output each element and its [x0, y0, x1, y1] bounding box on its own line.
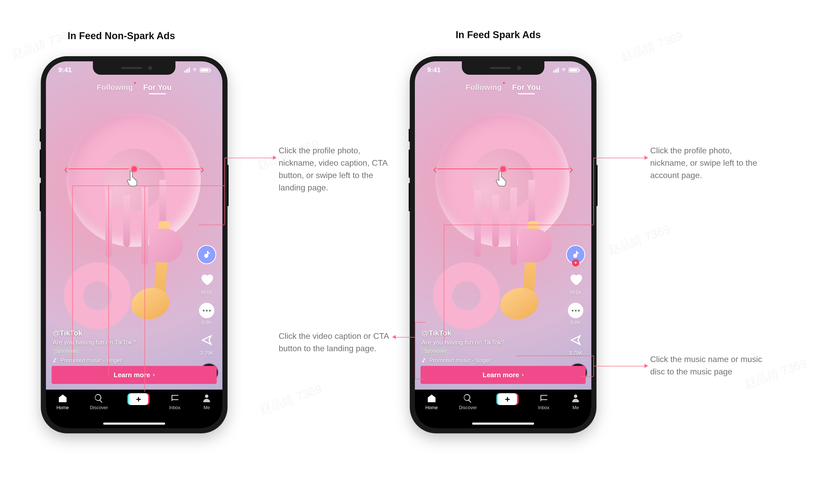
phone-screen: 9:41 Following For You ‹ › — [415, 61, 591, 428]
share-count: 3.79K — [200, 350, 213, 356]
share-button[interactable] — [200, 333, 214, 349]
phone-notch — [462, 61, 544, 75]
bottom-tab-bar: Home Discover + Inbox Me — [415, 390, 591, 428]
home-indicator — [472, 422, 534, 425]
status-time: 9:41 — [58, 66, 72, 74]
watermark: 赵晶婧 7369 — [605, 221, 672, 259]
tab-following[interactable]: Following — [97, 83, 133, 92]
nav-inbox[interactable]: Inbox — [538, 393, 550, 411]
cta-button[interactable]: Learn more› — [421, 366, 586, 384]
home-icon — [57, 393, 68, 403]
nav-me[interactable]: Me — [202, 393, 212, 411]
chevron-right-icon: › — [522, 372, 524, 378]
phone-mock-non-spark: 9:41 Following For You ‹ › — [41, 57, 227, 433]
share-button[interactable] — [568, 333, 583, 349]
nav-discover[interactable]: Discover — [459, 393, 477, 411]
home-icon — [427, 393, 437, 403]
plus-icon: + — [136, 395, 141, 403]
nickname-link[interactable]: @TikTok — [422, 329, 553, 337]
follow-plus-icon[interactable]: + — [572, 259, 579, 266]
sponsored-tag: Sponsored — [422, 348, 449, 355]
share-count: 3.79K — [569, 350, 582, 356]
nav-create[interactable]: + — [498, 393, 517, 412]
home-indicator — [103, 422, 165, 425]
wifi-icon — [561, 66, 567, 74]
profile-photo-button[interactable]: + — [566, 245, 585, 264]
status-time: 9:41 — [427, 66, 441, 74]
like-button[interactable] — [199, 271, 215, 288]
comment-button[interactable] — [568, 303, 583, 318]
signal-icon — [184, 68, 190, 73]
music-note-icon — [422, 358, 427, 363]
wifi-icon — [192, 66, 198, 74]
video-caption-link[interactable]: Are you having fun on TikTok? — [422, 339, 553, 346]
watermark: 赵晶婧 7369 — [257, 381, 324, 418]
tiktok-note-icon — [202, 250, 211, 259]
person-icon — [202, 393, 212, 403]
music-name-link[interactable]: Promoted music - singer — [422, 357, 553, 364]
tab-for-you[interactable]: For You — [143, 83, 172, 92]
status-icons — [553, 66, 579, 74]
pointer-cursor-icon — [123, 169, 141, 188]
annotation-spark-top: Click the profile photo, nickname, or sw… — [650, 144, 764, 181]
cta-button[interactable]: Learn more› — [52, 366, 217, 384]
chevron-right-icon: › — [153, 372, 155, 378]
nav-discover[interactable]: Discover — [90, 393, 108, 411]
nav-create[interactable]: + — [129, 393, 148, 412]
inbox-icon — [539, 393, 549, 403]
watermark: 赵晶婧 7369 — [618, 28, 685, 66]
person-icon — [570, 393, 581, 403]
nav-me[interactable]: Me — [570, 393, 581, 411]
search-icon — [93, 393, 104, 403]
search-icon — [463, 393, 473, 403]
profile-photo-button[interactable] — [197, 245, 216, 264]
phone-notch — [93, 61, 175, 75]
like-count: 991K — [201, 290, 213, 295]
tiktok-note-icon — [571, 250, 581, 259]
battery-icon — [569, 68, 579, 72]
signal-icon — [553, 68, 559, 73]
nav-inbox[interactable]: Inbox — [169, 393, 181, 411]
plus-icon: + — [505, 395, 510, 403]
phone-mock-spark: 9:41 Following For You ‹ › — [410, 57, 596, 433]
annotation-spark-music: Click the music name or music disc to th… — [650, 353, 764, 378]
pointer-cursor-icon — [492, 169, 510, 188]
tab-for-you[interactable]: For You — [512, 83, 541, 92]
create-button[interactable]: + — [498, 393, 517, 405]
heading-non-spark: In Feed Non-Spark Ads — [68, 31, 175, 41]
comment-count: 9.8K — [201, 320, 212, 326]
comment-count: 9.8K — [570, 320, 581, 326]
status-icons — [184, 66, 210, 74]
comment-button[interactable] — [199, 303, 215, 318]
annotation-spark-caption-cta: Click the video caption or CTA button to… — [279, 330, 392, 355]
like-button[interactable] — [568, 271, 583, 288]
nav-home[interactable]: Home — [56, 393, 69, 411]
like-count: 991K — [570, 290, 582, 295]
create-button[interactable]: + — [129, 393, 148, 405]
bottom-tab-bar: Home Discover + Inbox Me — [46, 390, 222, 428]
inbox-icon — [170, 393, 180, 403]
nav-home[interactable]: Home — [425, 393, 438, 411]
heading-spark: In Feed Spark Ads — [456, 29, 541, 40]
sponsored-tag: Sponsored — [53, 348, 80, 355]
tab-following[interactable]: Following — [466, 83, 502, 92]
annotation-non-spark-top: Click the profile photo, nickname, video… — [279, 144, 392, 194]
music-note-icon — [53, 358, 58, 363]
battery-icon — [200, 68, 210, 72]
